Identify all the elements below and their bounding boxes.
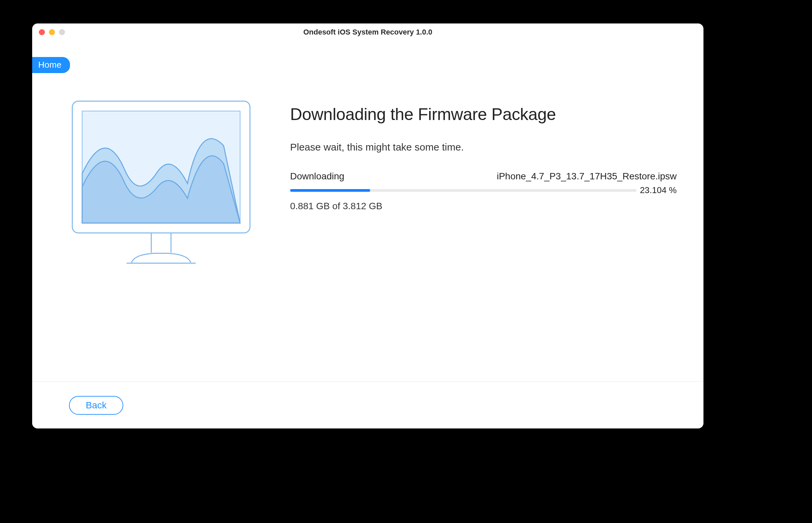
progress-fill (290, 189, 370, 192)
file-name: iPhone_4.7_P3_13.7_17H35_Restore.ipsw (497, 171, 677, 182)
progress-bar (290, 189, 637, 192)
page-heading: Downloading the Firmware Package (290, 105, 677, 124)
app-window: Ondesoft iOS System Recovery 1.0.0 Home … (32, 23, 703, 429)
monitor-illustration (69, 98, 253, 269)
size-line: 0.881 GB of 3.812 GB (290, 201, 677, 212)
progress-row: 23.104 % (290, 185, 677, 196)
download-file-row: Downloading iPhone_4.7_P3_13.7_17H35_Res… (290, 171, 677, 182)
download-info: Downloading the Firmware Package Please … (290, 91, 677, 212)
back-button[interactable]: Back (69, 396, 123, 415)
page-subtext: Please wait, this might take some time. (290, 142, 677, 153)
progress-percent: 23.104 % (640, 185, 677, 196)
window-title: Ondesoft iOS System Recovery 1.0.0 (32, 28, 703, 37)
titlebar: Ondesoft iOS System Recovery 1.0.0 (32, 23, 703, 41)
zoom-window-icon[interactable] (59, 29, 65, 35)
footer: Back (32, 381, 703, 429)
minimize-window-icon[interactable] (49, 29, 55, 35)
window-controls (39, 29, 65, 35)
status-label: Downloading (290, 171, 344, 182)
main-content: Downloading the Firmware Package Please … (32, 41, 703, 381)
close-window-icon[interactable] (39, 29, 45, 35)
home-button[interactable]: Home (32, 57, 70, 73)
